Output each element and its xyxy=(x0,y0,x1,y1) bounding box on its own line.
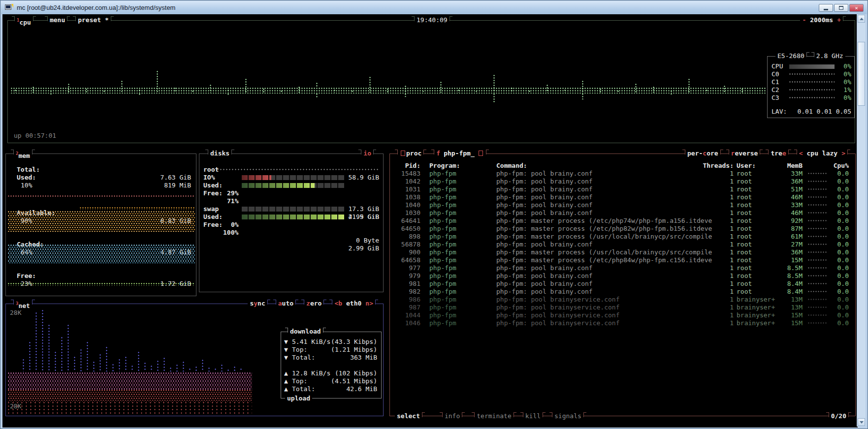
preset-button[interactable]: preset * xyxy=(76,16,111,24)
table-row[interactable]: 1038php-fpmphp-fpm: pool brainy.conf1roo… xyxy=(390,193,855,201)
table-row[interactable]: 979php-fpmphp-fpm: pool brainy.conf1root… xyxy=(390,272,855,280)
network-panel: 3net sync auto zero <b eth0 n> 28K 28K xyxy=(5,304,384,416)
proc-search-field[interactable]: fphp-fpm_ xyxy=(434,150,485,157)
cpu-mini-graph xyxy=(808,322,827,324)
cpu-graph-spike xyxy=(688,79,690,92)
net-next-iface-button[interactable]: n> xyxy=(363,300,375,307)
net-download-spike xyxy=(151,366,153,371)
table-row[interactable]: 1030php-fpmphp-fpm: pool brainy.conf1roo… xyxy=(390,209,855,217)
cpu-mini-graph xyxy=(808,259,827,261)
close-button[interactable]: × xyxy=(849,4,864,12)
table-row[interactable]: 56878php-fpmphp-fpm: pool brainy.conf1ro… xyxy=(390,241,855,248)
interval-decrease-button[interactable]: - xyxy=(800,16,808,24)
disk-swap-free-label: Free: xyxy=(203,221,223,229)
proc-percore-button[interactable]: per-core xyxy=(685,150,720,157)
net-stat-row: ▲Total:42.6 MiB xyxy=(281,385,381,393)
table-row[interactable]: 1044php-fpmphp-fpm: pool brainyservice.c… xyxy=(390,311,855,319)
net-download-spike xyxy=(61,337,64,371)
mem-available-graph-top xyxy=(80,207,195,210)
cpu-core-box: E5-2680 2.8 GHz CPU0%C00%C10%C21%C30% LA… xyxy=(767,56,855,118)
cpu-graph-spike xyxy=(157,71,159,92)
proc-filter-clear-icon[interactable] xyxy=(479,151,483,156)
process-panel: proc fphp-fpm_ per-core reverse tree < c… xyxy=(389,153,856,416)
cpu-core-row: CPU0% xyxy=(768,62,854,70)
tab-net[interactable]: 3net xyxy=(14,300,32,310)
net-download-spike xyxy=(215,368,217,371)
table-row[interactable]: 977php-fpmphp-fpm: pool brainy.conf1root… xyxy=(390,264,855,272)
app-window: mc [root@ub24.itdeveloper.com.ua]:/lib/s… xyxy=(0,0,868,429)
net-download-spike xyxy=(234,367,236,371)
tab-cpu[interactable]: 1cpu xyxy=(15,16,33,27)
proc-sort-next-button[interactable]: > xyxy=(839,150,847,157)
net-auto-button[interactable]: auto xyxy=(276,300,295,307)
menu-button[interactable]: menu xyxy=(48,16,67,24)
table-row[interactable]: 986php-fpmphp-fpm: pool brainyservice.co… xyxy=(390,296,855,304)
scroll-up-button[interactable] xyxy=(858,15,865,23)
table-row[interactable]: 981php-fpmphp-fpm: pool brainy.conf1root… xyxy=(390,280,855,288)
net-download-spike xyxy=(80,349,83,371)
tab-disks[interactable]: disks xyxy=(208,150,231,157)
mem-cached-graph xyxy=(8,245,195,263)
net-upload-graph xyxy=(8,390,252,402)
proc-info-button[interactable]: info xyxy=(443,412,462,420)
proc-kill-button[interactable]: kill xyxy=(523,412,543,420)
table-row[interactable]: 1046php-fpmphp-fpm: pool brainyservice.c… xyxy=(390,319,855,327)
cpu-graph-spike xyxy=(617,91,619,92)
memory-panel: 2mem Total: 7.63 GiB Used: 819 MiB 10% A… xyxy=(5,153,196,296)
net-stat-row: ▲12.8 KiB/s(102 Kibps) xyxy=(281,369,381,377)
proc-select-button[interactable]: select xyxy=(395,412,422,420)
table-row[interactable]: 987php-fpmphp-fpm: pool brainyservice.co… xyxy=(390,304,855,311)
table-row[interactable]: 900php-fpmphp-fpm: master process (/usr/… xyxy=(390,248,855,256)
cpu-graph-spike xyxy=(600,89,602,92)
table-row[interactable]: 1031php-fpmphp-fpm: pool brainy.conf1roo… xyxy=(390,185,855,193)
cpu-mini-graph xyxy=(808,291,827,293)
tab-io[interactable]: io xyxy=(361,150,373,157)
net-download-spike xyxy=(227,369,230,371)
cpu-graph-spike xyxy=(706,90,708,92)
proc-reverse-button[interactable]: reverse xyxy=(729,150,760,157)
net-download-spike xyxy=(221,365,224,371)
direction-arrow-icon: ▼ xyxy=(284,354,288,362)
table-row[interactable]: 64650php-fpmphp-fpm: master process (/et… xyxy=(390,225,855,233)
proc-sort-prev-button[interactable]: < xyxy=(797,150,805,157)
net-download-spike xyxy=(125,357,128,371)
scroll-down-button[interactable] xyxy=(858,418,865,426)
table-row[interactable]: 15483php-fpmphp-fpm: pool brainy.conf1ro… xyxy=(390,170,855,178)
minimize-icon xyxy=(824,9,828,10)
disk-swap-free-pct: 100% xyxy=(223,229,238,237)
proc-terminate-button[interactable]: terminate xyxy=(475,412,513,420)
table-row[interactable]: 64641php-fpmphp-fpm: master process (/et… xyxy=(390,217,855,225)
cpu-graph-spike xyxy=(32,87,34,92)
net-download-spike xyxy=(93,362,96,371)
interval-increase-button[interactable]: + xyxy=(835,16,843,24)
table-row[interactable]: 64658php-fpmphp-fpm: master process (/et… xyxy=(390,256,855,264)
proc-tree-button[interactable]: tree xyxy=(769,150,788,157)
table-row[interactable]: 1040php-fpmphp-fpm: pool brainy.conf1roo… xyxy=(390,201,855,209)
net-download-spike xyxy=(23,359,25,371)
terminal-scrollbar[interactable] xyxy=(857,14,866,427)
scrollbar-thumb[interactable] xyxy=(858,42,865,106)
proc-sort-mode-label: cpu lazy xyxy=(805,150,840,157)
direction-arrow-icon: ▼ xyxy=(284,338,288,346)
minimize-button[interactable] xyxy=(819,4,833,12)
table-row[interactable]: 1042php-fpmphp-fpm: pool brainy.conf1roo… xyxy=(390,178,855,185)
table-row[interactable]: 898php-fpmphp-fpm: master process (/usr/… xyxy=(390,233,855,241)
tab-proc[interactable]: proc xyxy=(398,150,423,157)
net-zero-button[interactable]: zero xyxy=(304,300,323,307)
net-download-spike xyxy=(138,352,140,371)
cpu-graph-spike xyxy=(227,90,229,92)
table-row[interactable]: 982php-fpmphp-fpm: pool brainy.conf1root… xyxy=(390,288,855,296)
mem-used-value: 819 MiB xyxy=(164,182,191,189)
net-prev-iface-button[interactable]: <b xyxy=(332,300,344,307)
net-scale-top: 28K xyxy=(10,309,21,317)
maximize-button[interactable] xyxy=(834,4,848,12)
maximize-icon xyxy=(839,6,843,10)
cpu-mini-graph xyxy=(808,212,827,214)
net-sync-button[interactable]: sync xyxy=(248,300,267,307)
proc-signals-button[interactable]: signals xyxy=(552,412,583,420)
cpu-mini-graph xyxy=(808,306,827,308)
window-title-bar[interactable]: mc [root@ub24.itdeveloper.com.ua]:/lib/s… xyxy=(1,1,867,14)
putty-app-icon xyxy=(5,4,13,11)
cpu-mini-graph xyxy=(808,196,827,198)
cpu-graph-spike xyxy=(103,91,105,92)
